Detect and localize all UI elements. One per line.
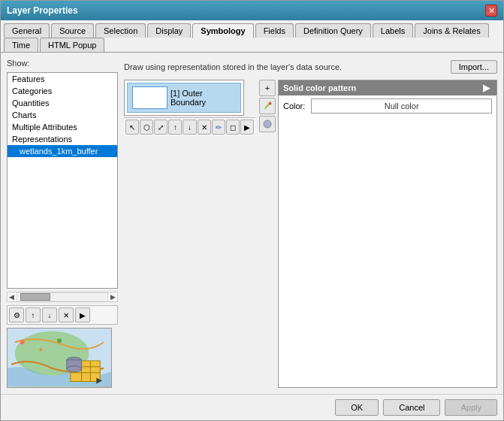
remove-button[interactable]: ✕ <box>59 307 74 323</box>
show-list: Features Categories Quantities Charts Mu… <box>7 72 118 289</box>
color-picker[interactable]: Null color <box>311 98 492 114</box>
apply-button[interactable]: Apply <box>445 399 497 416</box>
left-list-toolbar: ⚙ ↑ ↓ ✕ ▶ <box>7 305 118 325</box>
symbol-item-outer-boundary[interactable]: [1] Outer Boundary <box>127 83 241 113</box>
left-panel: Show: Features Categories Quantities Cha… <box>7 59 118 388</box>
info-text: Draw using representation stored in the … <box>124 62 342 71</box>
symbol-item-label: [1] Outer Boundary <box>171 89 236 107</box>
panel-expand-button[interactable]: ▶ <box>480 82 492 94</box>
list-item-charts[interactable]: Charts <box>8 109 117 121</box>
inner-right: + <box>258 80 497 388</box>
title-bar: Layer Properties ✕ <box>1 1 503 20</box>
paint-icon <box>262 101 273 111</box>
svg-point-14 <box>269 102 272 105</box>
preview-image <box>8 329 111 387</box>
solid-color-panel: Solid color pattern ▶ Color: Null color <box>278 80 497 388</box>
tab-fields[interactable]: Fields <box>255 23 294 38</box>
layer-properties-window: Layer Properties ✕ General Source Select… <box>0 0 504 421</box>
tab-labels[interactable]: Labels <box>373 23 413 38</box>
move-down-button[interactable]: ↓ <box>42 307 57 323</box>
footer-bar: OK Cancel Apply <box>1 394 503 420</box>
sym-shape-button[interactable]: ◻ <box>226 120 240 135</box>
solid-color-header: Solid color pattern ▶ <box>279 80 496 95</box>
tab-display[interactable]: Display <box>147 23 191 38</box>
sym-select-button[interactable]: ↖ <box>125 120 139 135</box>
side-toolbar-vertical: + <box>258 80 276 388</box>
sym-lasso-button[interactable]: ⬡ <box>140 120 153 135</box>
list-item-representations[interactable]: Representations <box>8 133 117 145</box>
move-up-button[interactable]: ↑ <box>26 307 41 323</box>
tab-time[interactable]: Time <box>4 38 38 52</box>
symbol-rect <box>132 86 167 109</box>
svg-point-15 <box>264 120 271 128</box>
show-label: Show: <box>7 59 118 68</box>
list-item-wetlands-buffer[interactable]: wetlands_1km_buffer <box>8 145 117 157</box>
cancel-button[interactable]: Cancel <box>383 399 440 416</box>
svg-point-9 <box>67 366 82 372</box>
sym-edit-button[interactable]: ✏ <box>212 120 225 135</box>
side-paint-button[interactable] <box>259 98 276 114</box>
import-button[interactable]: Import... <box>451 60 497 74</box>
tabs-bar: General Source Selection Display Symbolo… <box>1 20 503 53</box>
svg-point-12 <box>39 348 42 351</box>
horizontal-scrollbar[interactable]: ◀ ▶ <box>7 292 118 302</box>
window-title: Layer Properties <box>7 5 78 16</box>
list-item-quantities[interactable]: Quantities <box>8 97 117 109</box>
svg-point-11 <box>20 340 25 344</box>
symbol-list-panel: [1] Outer Boundary <box>124 80 244 116</box>
symbol-list-toolbar: ↖ ⬡ ⤢ ↑ ↓ ✕ ✏ ◻ ▶ <box>124 117 255 136</box>
scroll-left-icon[interactable]: ◀ <box>8 293 16 301</box>
layer-preview <box>7 328 112 388</box>
tab-joins-relates[interactable]: Joins & Relates <box>415 23 488 38</box>
right-content: [1] Outer Boundary ↖ ⬡ ⤢ ↑ ↓ ✕ ✏ ◻ <box>124 80 497 388</box>
symbol-list: [1] Outer Boundary <box>125 80 243 115</box>
close-button[interactable]: ✕ <box>485 5 497 17</box>
tab-html-popup[interactable]: HTML Popup <box>40 38 104 52</box>
preview-svg <box>8 328 111 387</box>
tab-definition-query[interactable]: Definition Query <box>295 23 371 38</box>
sym-move-button[interactable]: ⤢ <box>154 120 167 135</box>
symbol-list-container: [1] Outer Boundary ↖ ⬡ ⤢ ↑ ↓ ✕ ✏ ◻ <box>124 80 255 388</box>
ok-button[interactable]: OK <box>335 399 379 416</box>
color-row: Color: Null color <box>283 98 492 114</box>
expand-button[interactable]: ▶ <box>75 307 90 323</box>
scrollbar-thumb[interactable] <box>20 293 50 301</box>
content-area: Show: Features Categories Quantities Cha… <box>1 53 503 394</box>
sym-down-button[interactable]: ↓ <box>183 120 196 135</box>
solid-color-title: Solid color pattern <box>283 83 356 92</box>
scroll-right-icon[interactable]: ▶ <box>109 293 117 301</box>
side-eraser-button[interactable] <box>259 116 276 132</box>
tab-general[interactable]: General <box>4 23 50 38</box>
side-add-button[interactable]: + <box>259 80 276 96</box>
tab-selection[interactable]: Selection <box>95 23 146 38</box>
sym-remove-button[interactable]: ✕ <box>198 120 211 135</box>
tab-symbology[interactable]: Symbology <box>192 23 253 38</box>
sym-expand-button[interactable]: ▶ <box>240 120 254 135</box>
list-item-multiple-attributes[interactable]: Multiple Attributes <box>8 121 117 133</box>
list-item-categories[interactable]: Categories <box>8 85 117 97</box>
gear-button[interactable]: ⚙ <box>9 307 24 323</box>
info-bar: Draw using representation stored in the … <box>124 59 497 75</box>
sym-up-button[interactable]: ↑ <box>168 120 182 135</box>
color-label: Color: <box>283 101 305 111</box>
eraser-icon <box>262 119 273 129</box>
svg-point-13 <box>57 338 62 343</box>
tab-source[interactable]: Source <box>51 23 94 38</box>
list-item-features[interactable]: Features <box>8 73 117 85</box>
right-panel: Draw using representation stored in the … <box>124 59 497 388</box>
solid-color-body: Color: Null color <box>279 95 496 387</box>
